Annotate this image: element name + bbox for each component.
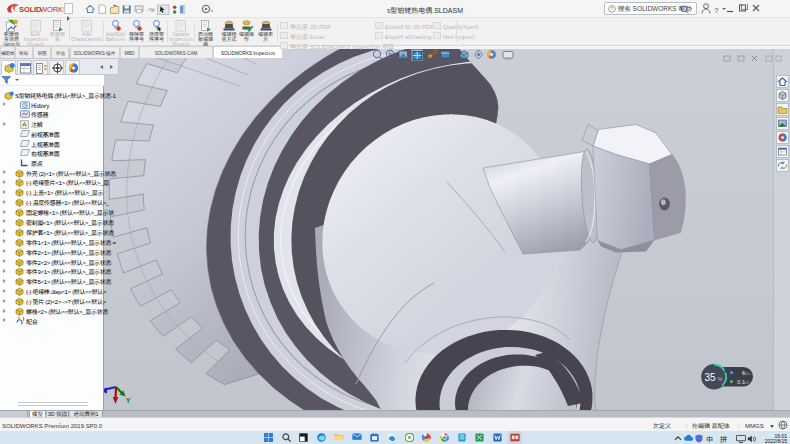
svg-text:SOLID: SOLID <box>19 5 42 14</box>
svg-text:%: % <box>718 376 723 382</box>
svg-text:KB/s: KB/s <box>743 381 751 385</box>
svg-text:35: 35 <box>705 372 717 383</box>
svg-text:KB/s: KB/s <box>743 372 751 376</box>
svg-text:Y: Y <box>126 395 131 405</box>
svg-text:WORKS: WORKS <box>40 5 65 14</box>
svg-text:?: ? <box>610 5 613 13</box>
